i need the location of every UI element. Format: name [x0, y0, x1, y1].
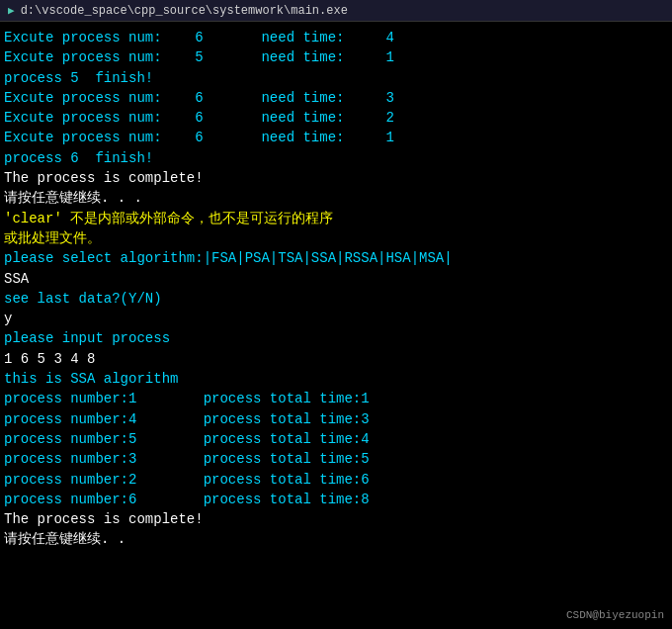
- terminal-line: please select algorithm:|FSA|PSA|TSA|SSA…: [4, 248, 668, 268]
- terminal-line: process number:6 process total time:8: [4, 490, 668, 509]
- terminal-line: 'clear' 不是内部或外部命令，也不是可运行的程序: [4, 209, 668, 228]
- terminal-line: this is SSA algorithm: [4, 369, 668, 389]
- terminal-line: process 5 finish!: [4, 68, 668, 88]
- terminal-line: please input process: [4, 328, 668, 348]
- terminal-line: process number:2 process total time:6: [4, 470, 668, 490]
- terminal-line: 请按任意键继续. . .: [4, 188, 668, 208]
- terminal-line: see last data?(Y/N): [4, 289, 668, 309]
- terminal-line: 或批处理文件。: [4, 228, 668, 248]
- terminal-line: Excute process num: 5 need time: 1: [4, 47, 668, 67]
- terminal-icon: ▶: [8, 4, 15, 17]
- terminal-line: process number:4 process total time:3: [4, 409, 668, 429]
- terminal-line: Excute process num: 6 need time: 3: [4, 88, 668, 108]
- terminal-line: process number:3 process total time:5: [4, 449, 668, 469]
- terminal-line: Excute process num: 6 need time: 4: [4, 28, 668, 47]
- terminal-line: The process is complete!: [4, 168, 668, 188]
- terminal-line: process 6 finish!: [4, 148, 668, 168]
- terminal-line: The process is complete!: [4, 509, 668, 529]
- terminal-window: Excute process num: 6 need time: 4Excute…: [0, 22, 672, 629]
- watermark: CSDN@biyezuopin: [566, 609, 664, 621]
- terminal-line: 1 6 5 3 4 8: [4, 349, 668, 369]
- terminal-line: y: [4, 309, 668, 328]
- terminal-line: Excute process num: 6 need time: 2: [4, 108, 668, 128]
- terminal-line: process number:1 process total time:1: [4, 389, 668, 408]
- terminal-line: Excute process num: 6 need time: 1: [4, 128, 668, 147]
- terminal-line: SSA: [4, 269, 668, 289]
- terminal-line: 请按任意键继续. .: [4, 529, 668, 549]
- terminal-line: process number:5 process total time:4: [4, 429, 668, 449]
- title-bar: ▶ d:\vscode_space\cpp_source\systemwork\…: [0, 0, 672, 22]
- title-path: d:\vscode_space\cpp_source\systemwork\ma…: [21, 4, 348, 18]
